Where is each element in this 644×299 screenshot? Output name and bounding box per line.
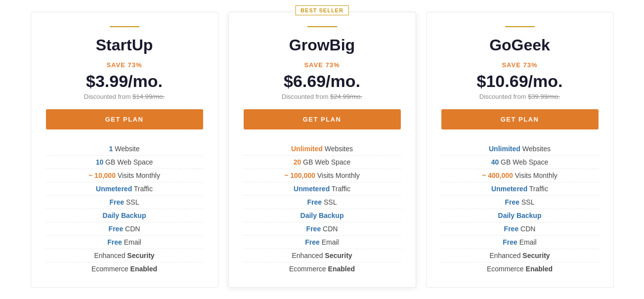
feature-item: Free Email <box>244 236 401 249</box>
feature-item: Unmetered Traffic <box>441 182 599 196</box>
original-price: Discounted from $14.99/mo. <box>84 93 165 100</box>
feature-item: Ecommerce Enabled <box>244 262 401 275</box>
plan-card-gogeek: GoGeekSAVE 73%$10.69/mo.Discounted from … <box>426 12 614 288</box>
plan-price: $10.69/mo. <box>477 72 563 91</box>
feature-item: Daily Backup <box>46 209 203 222</box>
feature-item: Enhanced Security <box>244 249 401 262</box>
plan-price: $6.69/mo. <box>284 72 360 91</box>
feature-item: Free CDN <box>244 222 401 236</box>
features-list: Unlimited Websites20 GB Web Space~ 100,0… <box>244 142 401 275</box>
save-label: SAVE 73% <box>106 61 142 69</box>
feature-item: Ecommerce Enabled <box>441 262 599 275</box>
feature-item: ~ 10,000 Visits Monthly <box>46 169 203 182</box>
feature-item: Unmetered Traffic <box>46 182 203 196</box>
plan-card-growbig: BEST SELLERGrowBigSAVE 73%$6.69/mo.Disco… <box>228 12 416 288</box>
plan-name: GoGeek <box>489 36 550 54</box>
original-price: Discounted from $24.99/mo. <box>282 93 362 100</box>
feature-item: Free Email <box>441 236 599 249</box>
feature-item: Unlimited Websites <box>441 142 599 156</box>
save-label: SAVE 73% <box>502 61 537 69</box>
feature-item: ~ 400,000 Visits Monthly <box>441 169 599 182</box>
features-list: Unlimited Websites40 GB Web Space~ 400,0… <box>441 142 599 275</box>
pricing-container: StartUpSAVE 73%$3.99/mo.Discounted from … <box>0 2 644 298</box>
top-line-decoration <box>307 26 337 27</box>
feature-item: 1 Website <box>46 142 203 156</box>
feature-item: Free Email <box>46 236 203 249</box>
get-plan-button-growbig[interactable]: GET PLAN <box>244 109 401 129</box>
feature-item: Free CDN <box>46 222 203 236</box>
feature-item: Enhanced Security <box>46 249 203 262</box>
feature-item: ~ 100,000 Visits Monthly <box>244 169 401 182</box>
feature-item: Free CDN <box>441 222 599 236</box>
best-seller-badge: BEST SELLER <box>295 5 349 15</box>
feature-item: Daily Backup <box>441 209 599 222</box>
plan-name: StartUp <box>96 36 153 54</box>
feature-item: Free SSL <box>441 196 599 209</box>
top-line-decoration <box>505 26 535 27</box>
feature-item: 40 GB Web Space <box>441 156 599 169</box>
feature-item: Unmetered Traffic <box>244 182 401 196</box>
feature-item: Free SSL <box>46 196 203 209</box>
features-list: 1 Website10 GB Web Space~ 10,000 Visits … <box>46 142 203 275</box>
feature-item: Daily Backup <box>244 209 401 222</box>
get-plan-button-gogeek[interactable]: GET PLAN <box>441 109 599 129</box>
original-price: Discounted from $39.99/mo. <box>479 93 560 100</box>
get-plan-button-startup[interactable]: GET PLAN <box>46 109 203 129</box>
save-label: SAVE 73% <box>304 61 340 69</box>
plan-card-startup: StartUpSAVE 73%$3.99/mo.Discounted from … <box>31 12 218 288</box>
top-line-decoration <box>110 26 139 27</box>
feature-item: 20 GB Web Space <box>244 156 401 169</box>
feature-item: Free SSL <box>244 196 401 209</box>
plan-price: $3.99/mo. <box>86 72 163 91</box>
feature-item: Ecommerce Enabled <box>46 262 203 275</box>
feature-item: Enhanced Security <box>441 249 599 262</box>
feature-item: Unlimited Websites <box>244 142 401 156</box>
feature-item: 10 GB Web Space <box>46 156 203 169</box>
plan-name: GrowBig <box>289 36 355 54</box>
